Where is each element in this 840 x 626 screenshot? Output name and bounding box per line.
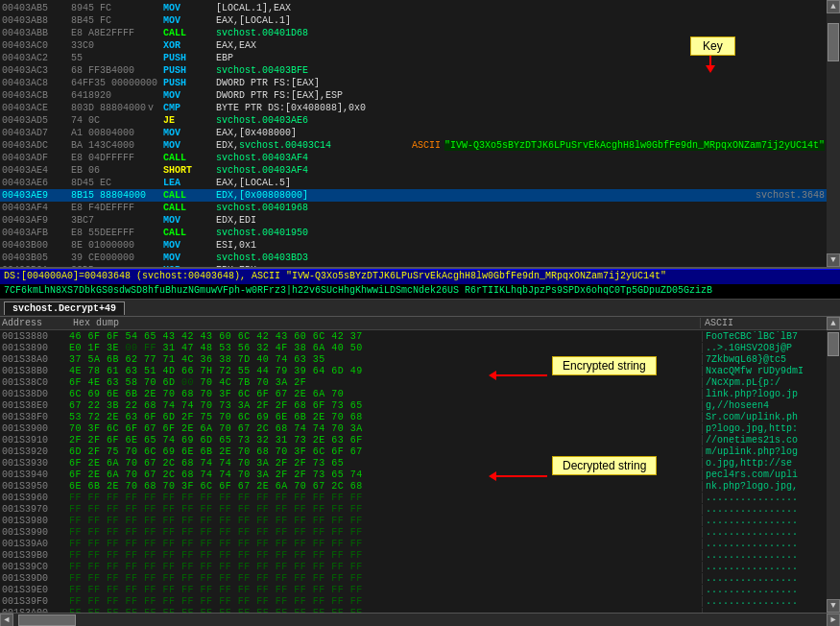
hex-line-bytes: FF FF FF FF FF FF FF FF FF FF FF FF FF F… bbox=[69, 573, 702, 584]
hex-line-bytes: FF FF FF FF FF FF FF FF FF FF FF FF FF F… bbox=[69, 562, 702, 572]
hex-line: 001S39B0FF FF FF FF FF FF FF FF FF FF FF… bbox=[0, 549, 827, 561]
hex-line: 001S388046 6F 6F 54 65 43 42 43 60 6C 42… bbox=[0, 330, 827, 342]
scroll-track[interactable] bbox=[827, 13, 840, 253]
hex-line: 001S38A037 5A 6B 62 77 71 4C 36 38 7D 40… bbox=[0, 353, 827, 365]
hex-line-addr: 001S3920 bbox=[0, 446, 69, 457]
hex-line-bytes: FF FF FF FF FF FF FF FF FF FF FF FF FF F… bbox=[69, 539, 702, 549]
asm-line: 00403ABB E8 A8E2FFFF CALL svchost.00401D… bbox=[0, 27, 827, 39]
hex-line-ascii: link.php?logo.jp bbox=[702, 389, 827, 399]
hex-line-bytes: 4E 78 61 63 51 4D 66 7H 72 55 44 79 39 6… bbox=[69, 366, 702, 376]
header-ascii: ASCII bbox=[700, 318, 825, 328]
hex-line-ascii: FooTeCBC`lBC`lB7 bbox=[702, 331, 827, 342]
info-bar2-text: 7CF6kmLhN8XS7DbkGS0sdwSD8hfuBhuzNGmuwVFp… bbox=[4, 285, 712, 296]
hex-line-addr: 001S3900 bbox=[0, 423, 69, 434]
hex-line: 001S3980FF FF FF FF FF FF FF FF FF FF FF… bbox=[0, 515, 827, 526]
asm-line: 00403AFB E8 55DEEFFF CALL svchost.004019… bbox=[0, 227, 827, 239]
hex-line-addr: 001S39D0 bbox=[0, 573, 69, 584]
asm-line: 00403ACB 6418920 MOV DWORD PTR FS:[EAX],… bbox=[0, 89, 827, 102]
hex-line: 001S39C0FF FF FF FF FF FF FF FF FF FF FF… bbox=[0, 561, 827, 572]
hex-header: Address Hex dump ASCII bbox=[0, 317, 827, 330]
asm-line: 00403AC0 33C0 XOR EAX,EAX bbox=[0, 39, 827, 52]
hex-line-addr: 001S3940 bbox=[0, 470, 69, 480]
hex-scrollbar-h[interactable]: ◄ ► bbox=[0, 613, 840, 626]
scroll-thumb[interactable] bbox=[828, 23, 839, 61]
hex-line-ascii: ................ bbox=[702, 516, 827, 526]
ascii-key-value: "IVW-Q3Xo5sBYzDTJK6LPuSrvEkAcghH8lw0GbfF… bbox=[444, 140, 825, 151]
hex-line: 001S38F053 72 2E 63 6F 6D 2F 75 70 6C 69… bbox=[0, 411, 827, 422]
scroll-up-arrow[interactable]: ▲ bbox=[827, 0, 840, 13]
hex-content-area: Address Hex dump ASCII 001S388046 6F 6F … bbox=[0, 317, 827, 613]
hex-lines-container: 001S388046 6F 6F 54 65 43 42 43 60 6C 42… bbox=[0, 330, 827, 613]
asm-line-highlighted: 00403AE9 8B15 88804000 CALL EDX,[0x00808… bbox=[0, 189, 827, 202]
hex-line-addr: 001S38E0 bbox=[0, 400, 69, 411]
hex-line-bytes: FF FF FF FF FF FF FF FF FF FF FF FF FF F… bbox=[69, 527, 702, 538]
hex-line-ascii: m/uplink.php?log bbox=[702, 446, 827, 457]
hex-panel: svchost.Decrypt+49 Address Hex dump ASCI… bbox=[0, 300, 840, 626]
hex-line-ascii: ................ bbox=[702, 493, 827, 503]
hex-line-addr: 001S3980 bbox=[0, 516, 69, 526]
hex-scroll-h-track[interactable] bbox=[13, 614, 827, 627]
hex-panel-header: svchost.Decrypt+49 bbox=[0, 300, 840, 317]
hex-line: 001S3890E0 1F 3E 00 FF 31 47 48 53 56 32… bbox=[0, 342, 827, 353]
hex-scroll-up[interactable]: ▲ bbox=[827, 317, 840, 330]
hex-line-addr: 001S3970 bbox=[0, 504, 69, 515]
hex-line: 001S39E0FF FF FF FF FF FF FF FF FF FF FF… bbox=[0, 584, 827, 595]
asm-line: 00403B0A 33DB XOR EBX,EBX bbox=[0, 264, 827, 267]
disasm-panel: 00403AB5 8945 FC MOV [LOCAL.1],EAX 00403… bbox=[0, 0, 840, 269]
hex-scroll-h-thumb[interactable] bbox=[18, 614, 76, 626]
hex-tab[interactable]: svchost.Decrypt+49 bbox=[4, 301, 125, 315]
hex-line-ascii: NxacQMfw rUDy9dmI bbox=[702, 366, 827, 376]
hex-line-bytes: FF FF FF FF FF FF FF FF FF FF FF FF FF F… bbox=[69, 585, 702, 595]
hex-line: 001S38C06F 4E 63 58 70 6D 00 70 4C 7B 70… bbox=[0, 376, 827, 388]
hex-line-addr: 001S38B0 bbox=[0, 366, 69, 376]
asm-line: 00403AB5 8945 FC MOV [LOCAL.1],EAX bbox=[0, 2, 827, 14]
hex-line-bytes: 67 22 3B 22 68 74 74 70 73 3A 2F 2F 68 6… bbox=[69, 400, 702, 411]
hex-line-addr: 001S3A00 bbox=[0, 608, 69, 614]
hex-line-bytes: 6F 4E 63 58 70 6D 00 70 4C 7B 70 3A 2F bbox=[69, 377, 702, 388]
asm-line: 00403AC3 68 FF3B4000 PUSH svchost.00403B… bbox=[0, 64, 827, 77]
hex-line: 001S3960FF FF FF FF FF FF FF FF FF FF FF… bbox=[0, 492, 827, 503]
hex-line-addr: 001S38F0 bbox=[0, 412, 69, 422]
info-bar-text: DS:[004000A0]=00403648 (svchost:00403648… bbox=[4, 271, 666, 281]
hex-line: 001S390070 3F 6C 6F 67 6F 2E 6A 70 67 2C… bbox=[0, 422, 827, 434]
hex-line-bytes: 6D 2F 75 70 6C 69 6E 6B 2E 70 68 70 3F 6… bbox=[69, 446, 702, 457]
hex-scrollbar[interactable]: ▲ ▼ bbox=[827, 317, 840, 613]
hex-line-ascii: ................ bbox=[702, 573, 827, 584]
hex-line-ascii: pecl4rs.com/upli bbox=[702, 470, 827, 480]
hex-line-bytes: E0 1F 3E 00 FF 31 47 48 53 56 32 4F 38 6… bbox=[69, 343, 702, 353]
hex-line-bytes: 70 3F 6C 6F 67 6F 2E 6A 70 67 2C 68 74 7… bbox=[69, 423, 702, 434]
disasm-lines: 00403AB5 8945 FC MOV [LOCAL.1],EAX 00403… bbox=[0, 0, 827, 267]
hex-line-bytes: 6C 69 6E 6B 2E 70 68 70 3F 6C 6F 67 2E 6… bbox=[69, 389, 702, 399]
asm-line: 00403AC2 55 PUSH EBP bbox=[0, 52, 827, 64]
hex-line-bytes: FF FF FF FF FF FF FF FF FF FF FF FF FF F… bbox=[69, 504, 702, 515]
asm-line: 00403AD5 74 0C JE svchost.00403AE6 bbox=[0, 114, 827, 127]
disasm-scrollbar[interactable]: ▲ ▼ bbox=[827, 0, 840, 267]
hex-line-ascii: 7ZkbwqL68}@tc5 bbox=[702, 354, 827, 365]
scroll-down-arrow[interactable]: ▼ bbox=[827, 253, 840, 267]
hex-line: 001S39102F 2F 6F 6E 65 74 69 6D 65 73 32… bbox=[0, 434, 827, 445]
hex-line: 001S39A0FF FF FF FF FF FF FF FF FF FF FF… bbox=[0, 538, 827, 549]
hex-line-ascii: ................ bbox=[702, 596, 827, 607]
hex-line-ascii: ................ bbox=[702, 562, 827, 572]
hex-scroll-down[interactable]: ▼ bbox=[827, 599, 840, 613]
hex-line-addr: 001S39F0 bbox=[0, 596, 69, 607]
hex-line-ascii: ................ bbox=[702, 527, 827, 538]
hex-line: 001S39406F 2E 6A 70 67 2C 68 74 74 70 3A… bbox=[0, 469, 827, 480]
asm-line: 00403AF4 E8 F4DEFFFF CALL svchost.004019… bbox=[0, 202, 827, 214]
hex-line-ascii: ................ bbox=[702, 539, 827, 549]
hex-scroll-track[interactable] bbox=[827, 330, 840, 599]
hex-scroll-left[interactable]: ◄ bbox=[0, 614, 13, 627]
asm-line: 00403ADF E8 04DFFFFF CALL svchost.00403A… bbox=[0, 152, 827, 164]
hex-line-ascii: ................ bbox=[702, 550, 827, 561]
hex-scroll-right[interactable]: ► bbox=[827, 614, 840, 627]
hex-line-addr: 001S3880 bbox=[0, 331, 69, 342]
hex-line-ascii: //onetimes21s.co bbox=[702, 435, 827, 445]
asm-line: 00403B00 8E 01000000 MOV ESI,0x1 bbox=[0, 239, 827, 252]
hex-line-ascii: ................ bbox=[702, 585, 827, 595]
asm-line: 00403ADC BA 143C4000 MOV EDX,svchost.004… bbox=[0, 139, 827, 152]
hex-line-ascii: p?logo.jpg,http: bbox=[702, 423, 827, 434]
asm-line: 00403B05 39 CE000000 MOV svchost.00403BD… bbox=[0, 252, 827, 264]
main-container: 00403AB5 8945 FC MOV [LOCAL.1],EAX 00403… bbox=[0, 0, 840, 626]
hex-scroll-thumb[interactable] bbox=[828, 332, 839, 356]
header-hex: Hex dump bbox=[71, 318, 700, 328]
